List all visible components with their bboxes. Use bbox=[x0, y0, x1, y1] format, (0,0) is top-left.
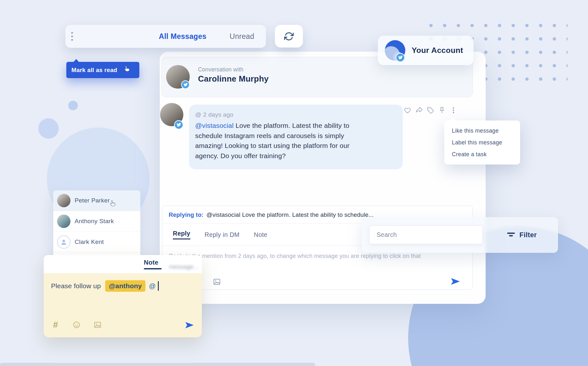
reply-placeholder-line2: message... bbox=[169, 263, 199, 270]
mark-all-read-label: Mark all as read bbox=[71, 62, 117, 78]
tab-reply-in-dm[interactable]: Reply in DM bbox=[205, 231, 240, 238]
note-tab-label: Note bbox=[144, 259, 162, 266]
tab-all-messages[interactable]: All Messages bbox=[159, 25, 206, 48]
search-input[interactable] bbox=[369, 225, 483, 244]
account-label: Your Account bbox=[412, 36, 463, 65]
your-account-card[interactable]: Your Account bbox=[378, 36, 474, 65]
decor-circle-mid-left bbox=[38, 118, 59, 139]
twitter-badge-icon bbox=[174, 120, 183, 129]
text-caret bbox=[158, 281, 159, 291]
replying-to-preview[interactable]: @vistasocial Love the platform. Latest t… bbox=[206, 211, 373, 218]
note-editor[interactable]: Please follow up @anthony @ # bbox=[44, 273, 202, 337]
message-text: @vistasocial Love the platform. Latest t… bbox=[195, 121, 397, 161]
note-at-symbol: @ bbox=[149, 282, 156, 290]
twitter-badge-icon bbox=[396, 53, 405, 62]
list-item-peter-parker[interactable]: Peter Parker bbox=[53, 190, 140, 211]
tab-unread[interactable]: Unread bbox=[230, 25, 254, 48]
hand-cursor-icon bbox=[122, 65, 131, 74]
replying-to-label: Replying to: bbox=[169, 211, 203, 218]
list-item-clark-kent[interactable]: Clark Kent bbox=[53, 232, 140, 253]
message-actions bbox=[404, 106, 457, 114]
conversation-with-label: Conversation with bbox=[198, 66, 244, 73]
avatar-peter bbox=[57, 194, 70, 207]
hand-cursor-icon bbox=[108, 200, 117, 208]
tab-reply[interactable]: Reply bbox=[173, 230, 190, 239]
tab-note[interactable]: Note bbox=[254, 231, 267, 238]
like-icon[interactable] bbox=[404, 106, 411, 114]
note-toolbar: # bbox=[51, 321, 102, 329]
app-stage: Conversation with Carolinne Murphy @ 2 d… bbox=[0, 0, 588, 366]
user-name: Clark Kent bbox=[75, 238, 104, 245]
filter-button[interactable]: Filter bbox=[507, 217, 537, 253]
filter-icon bbox=[507, 231, 515, 238]
note-tab[interactable]: Note bbox=[144, 259, 162, 269]
mark-all-read-tooltip[interactable]: Mark all as read bbox=[66, 62, 139, 78]
conversation-name: Carolinne Murphy bbox=[198, 74, 269, 84]
user-name: Peter Parker bbox=[75, 197, 110, 204]
avatar-person-icon bbox=[57, 235, 70, 249]
refresh-icon bbox=[284, 32, 294, 41]
user-name: Anthony Stark bbox=[75, 218, 114, 225]
message-context-menu: Like this message Label this message Cre… bbox=[444, 121, 520, 165]
message-mention[interactable]: @vistasocial bbox=[195, 122, 234, 129]
attach-image-icon[interactable] bbox=[213, 278, 221, 286]
inbox-toolbar: All Messages Unread bbox=[65, 25, 266, 48]
pin-icon[interactable] bbox=[438, 106, 446, 114]
menu-item-like[interactable]: Like this message bbox=[444, 125, 520, 137]
note-tab-underline bbox=[144, 268, 162, 269]
menu-item-label[interactable]: Label this message bbox=[444, 137, 520, 149]
send-note-icon[interactable] bbox=[185, 321, 194, 330]
menu-item-create-task[interactable]: Create a task bbox=[444, 149, 520, 160]
image-icon[interactable] bbox=[93, 321, 102, 329]
send-reply-icon[interactable] bbox=[450, 277, 460, 287]
decor-bottom-strip bbox=[0, 363, 315, 366]
hashtag-icon[interactable]: # bbox=[51, 321, 60, 329]
label-tag-icon[interactable] bbox=[427, 106, 434, 114]
list-item-anthony-stark[interactable]: Anthony Stark bbox=[53, 211, 140, 232]
filter-label: Filter bbox=[519, 231, 537, 239]
mention-chip: @anthony bbox=[105, 280, 145, 292]
note-text: Please follow up bbox=[51, 282, 101, 290]
reply-placeholder[interactable]: Reply to the mention from 2 days ago, to… bbox=[169, 253, 421, 260]
avatar-anthony bbox=[57, 215, 70, 228]
decor-circle-small-left bbox=[68, 101, 78, 110]
search-overlay: Filter bbox=[362, 217, 558, 253]
emoji-icon[interactable] bbox=[72, 321, 81, 329]
note-text-line: Please follow up @anthony @ bbox=[51, 279, 159, 293]
more-kebab-icon[interactable] bbox=[450, 106, 457, 114]
refresh-button[interactable] bbox=[275, 25, 303, 48]
share-icon[interactable] bbox=[415, 106, 423, 114]
toolbar-kebab-icon[interactable] bbox=[70, 31, 74, 41]
twitter-badge-icon bbox=[181, 80, 190, 89]
message-timestamp: @ 2 days ago bbox=[195, 111, 233, 118]
